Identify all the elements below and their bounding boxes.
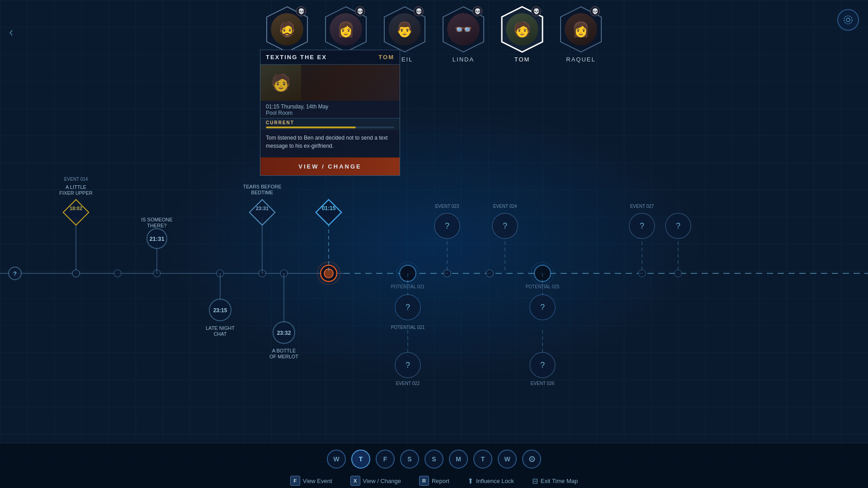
character-raquel[interactable]: 👩 💀 RAQUEL (552, 5, 610, 63)
day-btn-w2[interactable]: W (498, 450, 517, 469)
neil-face: 👨 (388, 13, 421, 46)
svg-point-28 (675, 270, 682, 277)
svg-point-58 (629, 213, 655, 239)
characters-bar: 🧔 💀 BEN 👩 💀 JENNY 👨 💀 NE (0, 0, 868, 63)
popup-card: TEXTING THE EX TOM 🧑 01:15 Thursday, 14t… (260, 50, 400, 176)
svg-point-19 (324, 269, 333, 278)
popup-status-track (266, 127, 394, 128)
popup-character: TOM (378, 54, 394, 61)
svg-rect-30 (63, 200, 89, 225)
svg-point-17 (280, 270, 288, 277)
svg-text:?: ? (13, 270, 17, 277)
svg-text:?: ? (540, 361, 545, 370)
svg-point-50 (434, 213, 460, 239)
tom-face: 🧑 (506, 13, 538, 46)
svg-text:23:15: 23:15 (213, 307, 227, 314)
character-linda[interactable]: 👓 💀 LINDA (434, 5, 493, 63)
background-grid (0, 0, 868, 488)
day-btn-t1[interactable]: T (351, 450, 370, 469)
svg-text:IS SOMEONE: IS SOMEONE (141, 217, 173, 222)
svg-text:POTENTIAL 021: POTENTIAL 021 (391, 325, 425, 330)
svg-text:?: ? (445, 221, 449, 230)
linda-name: LINDA (453, 56, 474, 63)
svg-point-22 (396, 262, 419, 285)
popup-header: TEXTING THE EX TOM (260, 50, 400, 65)
timeline-svg: ? 18:02 A LITTLE FIXER UPPER EVENT 014 2… (0, 77, 868, 393)
day-btn-t2[interactable]: T (473, 450, 492, 469)
popup-meta: 01:15 Thursday, 14th May Pool Room (260, 101, 400, 118)
ben-face: 🧔 (271, 13, 303, 46)
day-btn-circle[interactable]: ⊙ (522, 450, 541, 469)
svg-point-77 (395, 352, 420, 378)
tom-skull: 💀 (531, 6, 541, 16)
svg-text:POTENTIAL 021: POTENTIAL 021 (391, 284, 425, 289)
svg-text:BEDTIME: BEDTIME (251, 190, 274, 195)
hotkey-report: R Report (419, 476, 449, 486)
character-tom[interactable]: 🧑 💀 TOM (493, 5, 552, 63)
day-btn-s2[interactable]: S (425, 450, 443, 469)
neil-skull: 💀 (414, 6, 424, 16)
bottom-hotkeys: F View Event X View / Change R Report ⬆ … (0, 472, 868, 488)
svg-point-12 (72, 270, 80, 277)
svg-text:EVENT 014: EVENT 014 (64, 177, 88, 182)
view-change-button[interactable]: VIEW / CHANGE (260, 157, 400, 175)
linda-face: 👓 (447, 13, 480, 46)
influence-icon: ⬆ (467, 477, 473, 485)
svg-text:TEARS BEFORE: TEARS BEFORE (243, 184, 282, 189)
svg-text:THERE?: THERE? (147, 223, 166, 228)
svg-point-37 (147, 229, 167, 249)
svg-text:EVENT 022: EVENT 022 (396, 381, 420, 386)
tom-name: TOM (514, 56, 530, 63)
svg-point-21 (400, 265, 416, 282)
svg-point-85 (530, 352, 555, 378)
hotkey-influence-lock: ⬆ Influence Lock (467, 477, 514, 485)
hotkey-view-event-label: View Event (303, 478, 332, 484)
svg-point-31 (72, 270, 80, 277)
day-btn-m[interactable]: M (449, 450, 468, 469)
svg-text:FIXER UPPER: FIXER UPPER (59, 190, 92, 196)
svg-text:EVENT 024: EVENT 024 (493, 204, 517, 209)
hotkey-view-change: X View / Change (350, 476, 401, 486)
popup-title: TEXTING THE EX (266, 54, 327, 61)
svg-point-15 (217, 270, 224, 277)
nav-arrow-left[interactable]: ‹ (9, 25, 13, 39)
svg-point-20 (317, 262, 340, 285)
popup-image: 🧑 (260, 65, 400, 101)
svg-point-14 (153, 270, 160, 277)
svg-text:23:32: 23:32 (277, 330, 291, 336)
svg-point-72 (395, 295, 420, 320)
day-btn-f[interactable]: F (376, 450, 395, 469)
svg-text:?: ? (540, 303, 545, 312)
svg-text:LATE NIGHT: LATE NIGHT (206, 325, 235, 331)
svg-text:?: ? (503, 221, 507, 230)
popup-status-fill (266, 127, 356, 128)
popup-location: Pool Room (266, 110, 394, 116)
svg-text:18:02: 18:02 (70, 206, 82, 211)
svg-text:EVENT 027: EVENT 027 (630, 204, 654, 209)
popup-description: Tom listened to Ben and decided not to s… (260, 130, 400, 157)
raquel-skull: 💀 (590, 6, 600, 16)
svg-text:01:15: 01:15 (322, 205, 336, 211)
jenny-skull: 💀 (355, 6, 365, 16)
svg-point-89 (665, 213, 691, 239)
svg-point-10 (9, 267, 21, 280)
day-btn-w1[interactable]: W (327, 450, 346, 469)
svg-text:EVENT 026: EVENT 026 (531, 381, 555, 386)
svg-text:21:31: 21:31 (149, 235, 164, 242)
hotkey-view-change-label: View / Change (363, 478, 401, 484)
svg-text:?: ? (640, 221, 644, 230)
svg-text:CHAT: CHAT (213, 331, 226, 337)
key-r: R (419, 476, 429, 486)
popup-face: 🧑 (260, 65, 301, 101)
raquel-face: 👩 (565, 13, 597, 46)
svg-text:?: ? (406, 303, 410, 312)
svg-point-23 (443, 270, 451, 277)
day-btn-s1[interactable]: S (400, 450, 419, 469)
svg-point-26 (531, 262, 554, 285)
hotkey-exit: ⊟ Exit Time Map (532, 477, 578, 485)
svg-text:?: ? (676, 221, 680, 230)
background-glow (163, 108, 705, 380)
svg-point-24 (486, 270, 493, 277)
svg-text:POTENTIAL 025: POTENTIAL 025 (526, 284, 560, 289)
svg-text:OF MERLOT: OF MERLOT (269, 354, 298, 359)
